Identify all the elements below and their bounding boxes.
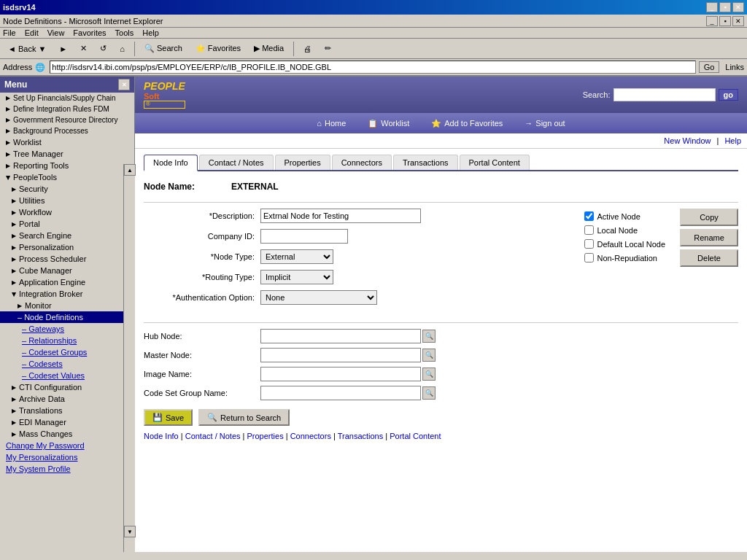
sidebar-item-codeset-values[interactable]: – Codeset Values [0, 370, 134, 381]
nav-signout[interactable]: → Sign out [525, 119, 565, 128]
menu-favorites[interactable]: Favorites [73, 28, 106, 37]
copy-button[interactable]: Copy [680, 209, 738, 226]
minimize-button[interactable]: _ [706, 2, 718, 12]
close-button[interactable]: ✕ [732, 2, 744, 12]
sidebar-item-integration-rules[interactable]: ▶Define Integration Rules FDM [0, 104, 134, 114]
sidebar-item-utilities[interactable]: ▶Utilities [0, 195, 134, 206]
nav-home[interactable]: ⌂ Home [317, 119, 346, 128]
print-button[interactable]: 🖨 [298, 42, 317, 55]
routing-type-select[interactable]: Implicit Explicit [260, 270, 333, 284]
sidebar-item-archive-data[interactable]: ▶Archive Data [0, 393, 134, 405]
refresh-button[interactable]: ↺ [95, 42, 112, 55]
bottom-nav-transactions[interactable]: Transactions [338, 432, 384, 440]
codeset-group-input[interactable] [260, 386, 421, 400]
sidebar-item-tree-manager[interactable]: ▶Tree Manager [0, 148, 134, 160]
sidebar-item-my-system-profile[interactable]: My System Profile [0, 463, 134, 475]
delete-button[interactable]: Delete [680, 249, 738, 267]
bottom-nav-properties[interactable]: Properties [247, 432, 284, 440]
bottom-nav-connectors[interactable]: Connectors [290, 432, 331, 440]
search-button[interactable]: 🔍 Search [139, 42, 187, 55]
help-link[interactable]: Help [724, 136, 741, 145]
bottom-nav-contact-notes[interactable]: Contact / Notes [185, 432, 241, 440]
codeset-group-lookup-icon[interactable]: 🔍 [422, 386, 436, 400]
bottom-nav-node-info[interactable]: Node Info [144, 432, 179, 440]
menu-help[interactable]: Help [142, 28, 159, 37]
sidebar-close-button[interactable]: ✕ [118, 79, 130, 90]
tab-transactions[interactable]: Transactions [393, 155, 458, 170]
node-type-select[interactable]: External Internal Remote [260, 249, 333, 264]
sidebar-item-process-scheduler[interactable]: ▶Process Scheduler [0, 253, 134, 265]
browser-close[interactable]: ✕ [732, 16, 744, 26]
sidebar-item-portal[interactable]: ▶Portal [0, 218, 134, 230]
sidebar-item-gateways[interactable]: – Gateways [0, 323, 134, 335]
sidebar-item-gov-resource[interactable]: ▶Government Resource Directory [0, 114, 134, 125]
restore-button[interactable]: ▪ [719, 2, 731, 12]
hub-node-lookup-icon[interactable]: 🔍 [422, 330, 436, 343]
sidebar-item-edi-manager[interactable]: ▶EDI Manager [0, 416, 134, 428]
menu-view[interactable]: View [47, 28, 65, 37]
sidebar-item-integration-broker[interactable]: ▶Integration Broker [0, 288, 134, 300]
sidebar-item-monitor[interactable]: ▶Monitor [0, 300, 134, 311]
menu-edit[interactable]: Edit [25, 28, 39, 37]
sidebar-item-security[interactable]: ▶Security [0, 183, 134, 195]
sidebar-item-cube-manager[interactable]: ▶Cube Manager [0, 265, 134, 276]
menu-file[interactable]: File [3, 28, 16, 37]
address-input[interactable] [50, 61, 695, 74]
new-window-link[interactable]: New Window [664, 136, 711, 145]
master-node-input[interactable] [260, 348, 421, 362]
auth-option-select[interactable]: None Password Certificate [260, 290, 377, 305]
nav-worklist[interactable]: 📋 Worklist [368, 119, 409, 128]
save-button[interactable]: 💾 Save [144, 409, 193, 426]
sidebar-item-reporting[interactable]: ▶Reporting Tools [0, 160, 134, 171]
sidebar-item-change-password[interactable]: Change My Password [0, 440, 134, 451]
active-node-checkbox[interactable] [584, 211, 594, 221]
master-node-lookup-icon[interactable]: 🔍 [422, 349, 436, 362]
back-button[interactable]: ◄ Back ▼ [3, 42, 51, 55]
sidebar-item-worklist[interactable]: ▶Worklist [0, 136, 134, 148]
menu-tools[interactable]: Tools [115, 28, 134, 37]
sidebar-item-app-engine[interactable]: ▶Application Engine [0, 276, 134, 288]
sidebar-item-peopletools[interactable]: ▶PeopleTools [0, 171, 134, 183]
sidebar-scroll-down[interactable]: ▼ [124, 526, 135, 537]
tab-properties[interactable]: Properties [275, 155, 330, 170]
ps-search-button[interactable]: go [719, 89, 738, 101]
sidebar-item-personalization[interactable]: ▶Personalization [0, 241, 134, 253]
sidebar-item-relationships[interactable]: – Relationships [0, 335, 134, 346]
sidebar-item-workflow[interactable]: ▶Workflow [0, 206, 134, 218]
sidebar-item-translations[interactable]: ▶Translations [0, 405, 134, 416]
ps-search-input[interactable] [614, 88, 716, 101]
hub-node-input[interactable] [260, 329, 421, 343]
stop-button[interactable]: ✕ [75, 42, 92, 55]
image-name-lookup-icon[interactable]: 🔍 [422, 368, 436, 381]
sidebar-item-node-definitions[interactable]: – Node Definitions [0, 311, 134, 323]
return-to-search-button[interactable]: 🔍 Return to Search [198, 409, 290, 426]
edit-page-button[interactable]: ✏ [320, 42, 336, 55]
sidebar-item-background[interactable]: ▶Background Processes [0, 125, 134, 136]
tab-node-info[interactable]: Node Info [144, 155, 198, 171]
forward-button[interactable]: ► [54, 42, 72, 55]
sidebar-item-search-engine[interactable]: ▶Search Engine [0, 230, 134, 241]
go-button[interactable]: Go [699, 61, 720, 73]
nav-add-favorites[interactable]: ⭐ Add to Favorites [431, 119, 503, 128]
image-name-input[interactable] [260, 367, 421, 381]
bottom-nav-portal-content[interactable]: Portal Content [390, 432, 441, 440]
sidebar-item-my-personalizations[interactable]: My Personalizations [0, 451, 134, 463]
sidebar-item-cti[interactable]: ▶CTI Configuration [0, 381, 134, 393]
tab-connectors[interactable]: Connectors [332, 155, 392, 170]
local-node-checkbox[interactable] [584, 225, 594, 235]
description-input[interactable] [260, 209, 421, 223]
window-controls[interactable]: _ ▪ ✕ [706, 2, 744, 12]
tab-contact-notes[interactable]: Contact / Notes [199, 155, 274, 170]
favorites-button[interactable]: ⭐ Favorites [190, 42, 246, 55]
home-button[interactable]: ⌂ [115, 42, 130, 55]
sidebar-item-codesets[interactable]: – Codesets [0, 358, 134, 370]
sidebar-item-codeset-groups[interactable]: – Codeset Groups [0, 346, 134, 358]
browser-restore[interactable]: ▪ [719, 16, 731, 26]
tab-portal-content[interactable]: Portal Content [460, 155, 530, 170]
default-local-checkbox[interactable] [584, 239, 594, 249]
sidebar-scroll-up[interactable]: ▲ [124, 164, 135, 176]
browser-minimize[interactable]: _ [706, 16, 718, 26]
non-repudiation-checkbox[interactable] [584, 253, 594, 262]
media-button[interactable]: ▶ Media [249, 42, 289, 55]
sidebar-item-mass-changes[interactable]: ▶Mass Changes [0, 428, 134, 440]
